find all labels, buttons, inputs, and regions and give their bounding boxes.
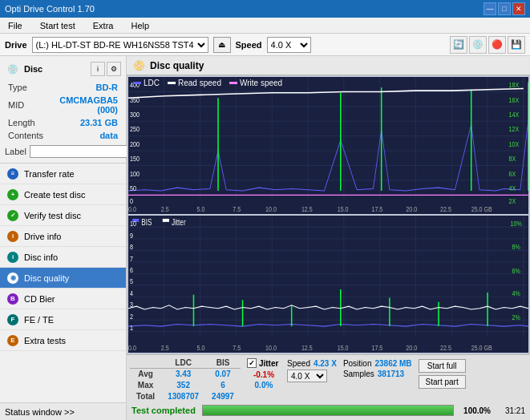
position-row: Position 23862 MB <box>343 359 412 368</box>
create-test-disc-label: Create test disc <box>24 190 85 200</box>
jitter-checkbox[interactable]: ✓ <box>247 358 257 368</box>
drive-info-icon: i <box>6 230 19 243</box>
svg-text:4%: 4% <box>512 289 521 297</box>
app-title: Opti Drive Control 1.70 <box>5 4 95 14</box>
charts-container: LDC Read speed Write speed <box>127 75 530 354</box>
chart2-svg: BIS Jitter 10 9 8 7 6 5 4 3 2 1 10% 8 <box>128 216 528 353</box>
toolbar-icon-3[interactable]: 🔴 <box>488 36 506 54</box>
stats-col-empty <box>130 357 161 369</box>
svg-text:4: 4 <box>130 289 133 297</box>
label-input[interactable] <box>30 145 136 158</box>
sidebar-item-disc-quality[interactable]: ◉ Disc quality <box>0 268 126 289</box>
speed-select[interactable]: 4.0 X 1.0 X 2.0 X 8.0 X MAX <box>267 37 311 53</box>
disc-mid-label: MID <box>6 95 45 115</box>
svg-text:8%: 8% <box>512 243 521 251</box>
svg-text:18X: 18X <box>509 81 520 89</box>
svg-text:5.0: 5.0 <box>197 345 205 353</box>
position-label: Position <box>343 359 372 368</box>
transfer-rate-icon: ≡ <box>6 168 19 180</box>
sidebar-item-create-test-disc[interactable]: + Create test disc <box>0 184 126 205</box>
title-bar: Opti Drive Control 1.70 — □ ✕ <box>0 0 530 18</box>
stats-avg-ldc: 3.43 <box>161 369 205 380</box>
menu-help[interactable]: Help <box>126 19 154 32</box>
svg-text:1: 1 <box>130 325 133 333</box>
svg-rect-0 <box>128 77 528 214</box>
svg-text:8: 8 <box>130 243 133 251</box>
start-full-button[interactable]: Start full <box>419 359 466 373</box>
toolbar-icons: 🔄 💿 🔴 💾 <box>450 36 525 54</box>
sidebar-item-disc-info[interactable]: i Disc info <box>0 247 126 268</box>
progress-percent: 100.0% <box>460 406 491 415</box>
jitter-col-label: Jitter <box>259 359 278 368</box>
svg-text:0.0: 0.0 <box>128 345 136 353</box>
extra-tests-label: Extra tests <box>24 336 66 345</box>
menu-extra[interactable]: Extra <box>88 19 119 32</box>
speed-label: Speed <box>287 359 310 368</box>
stats-col-bis: BIS <box>205 357 241 369</box>
ldc-label: LDC <box>144 79 160 87</box>
speed-label: Speed <box>236 40 262 50</box>
minimize-button[interactable]: — <box>483 2 496 15</box>
progress-area: Test completed 100.0% 31:21 <box>127 402 530 419</box>
svg-text:10.0: 10.0 <box>265 206 277 214</box>
toolbar-icon-2[interactable]: 💿 <box>469 36 487 54</box>
toolbar-icon-1[interactable]: 🔄 <box>450 36 467 54</box>
chart-bis: BIS Jitter 10 9 8 7 6 5 4 3 2 1 10% 8 <box>128 216 528 353</box>
menu-start-test[interactable]: Start test <box>35 19 80 32</box>
window-controls[interactable]: — □ ✕ <box>483 2 525 15</box>
svg-text:6%: 6% <box>512 268 521 276</box>
close-button[interactable]: ✕ <box>512 2 525 15</box>
speed-select-row[interactable]: 4.0 X 1.0 X 2.0 X 8.0 X <box>287 370 337 382</box>
disc-btn-1[interactable]: i <box>91 62 105 76</box>
menu-file[interactable]: File <box>3 19 27 32</box>
disc-type-label: Type <box>6 82 45 93</box>
drive-bar: Drive (L:) HL-DT-ST BD-RE WH16NS58 TST4 … <box>0 34 530 56</box>
transfer-rate-label: Transfer rate <box>24 169 75 179</box>
svg-text:5.0: 5.0 <box>197 206 205 214</box>
eject-button[interactable]: ⏏ <box>213 37 231 53</box>
sidebar-item-transfer-rate[interactable]: ≡ Transfer rate <box>0 164 126 184</box>
svg-text:2X: 2X <box>509 197 516 205</box>
stats-row-avg-label: Avg <box>130 369 161 380</box>
fe-te-label: FE / TE <box>24 315 54 325</box>
status-text: Test completed <box>131 406 196 415</box>
maximize-button[interactable]: □ <box>498 2 511 15</box>
svg-text:12X: 12X <box>509 126 520 134</box>
svg-text:16X: 16X <box>509 96 520 104</box>
stats-max-ldc: 352 <box>161 380 205 391</box>
svg-text:20.0: 20.0 <box>406 345 417 353</box>
svg-text:8X: 8X <box>509 155 516 163</box>
status-window-label: Status window >> <box>5 407 75 417</box>
cd-bier-icon: B <box>6 293 19 305</box>
svg-text:25.0 GB: 25.0 GB <box>471 345 493 353</box>
sidebar-item-fe-te[interactable]: F FE / TE <box>0 309 126 330</box>
start-part-button[interactable]: Start part <box>419 375 466 389</box>
stats-avg-bis: 0.07 <box>205 369 241 380</box>
svg-text:17.5: 17.5 <box>371 345 382 353</box>
content-header: 📀 Disc quality <box>127 56 530 75</box>
sidebar-item-cd-bier[interactable]: B CD Bier <box>0 289 126 309</box>
stats-speed-select[interactable]: 4.0 X 1.0 X 2.0 X 8.0 X <box>287 370 327 382</box>
sidebar-item-drive-info[interactable]: i Drive info <box>0 226 126 247</box>
svg-text:25.0 GB: 25.0 GB <box>471 206 493 214</box>
write-speed-label: Write speed <box>240 79 282 87</box>
jitter-table: -0.1% 0.0% <box>247 370 281 392</box>
svg-text:10: 10 <box>130 220 136 228</box>
status-window-button[interactable]: Status window >> <box>0 402 126 420</box>
sidebar-item-extra-tests[interactable]: E Extra tests <box>0 330 126 351</box>
drive-select[interactable]: (L:) HL-DT-ST BD-RE WH16NS58 TST4 <box>32 37 208 53</box>
verify-test-disc-label: Verify test disc <box>24 211 81 220</box>
stats-row-total-label: Total <box>130 390 161 402</box>
toolbar-icon-4[interactable]: 💾 <box>508 36 525 54</box>
svg-text:50: 50 <box>130 184 136 192</box>
samples-value: 381713 <box>378 370 404 378</box>
nav-items: ≡ Transfer rate + Create test disc ✓ Ver… <box>0 164 126 402</box>
jitter-checkbox-row[interactable]: ✓ Jitter <box>247 358 281 370</box>
svg-text:12.5: 12.5 <box>301 206 313 214</box>
verify-test-disc-icon: ✓ <box>6 209 19 222</box>
disc-btn-2[interactable]: ⚙ <box>107 62 121 76</box>
disc-contents-value: data <box>47 130 119 141</box>
stats-table-area: LDC BIS Avg 3.43 0.07 Max 352 <box>127 355 530 402</box>
read-speed-dot <box>168 82 176 84</box>
sidebar-item-verify-test-disc[interactable]: ✓ Verify test disc <box>0 205 126 226</box>
